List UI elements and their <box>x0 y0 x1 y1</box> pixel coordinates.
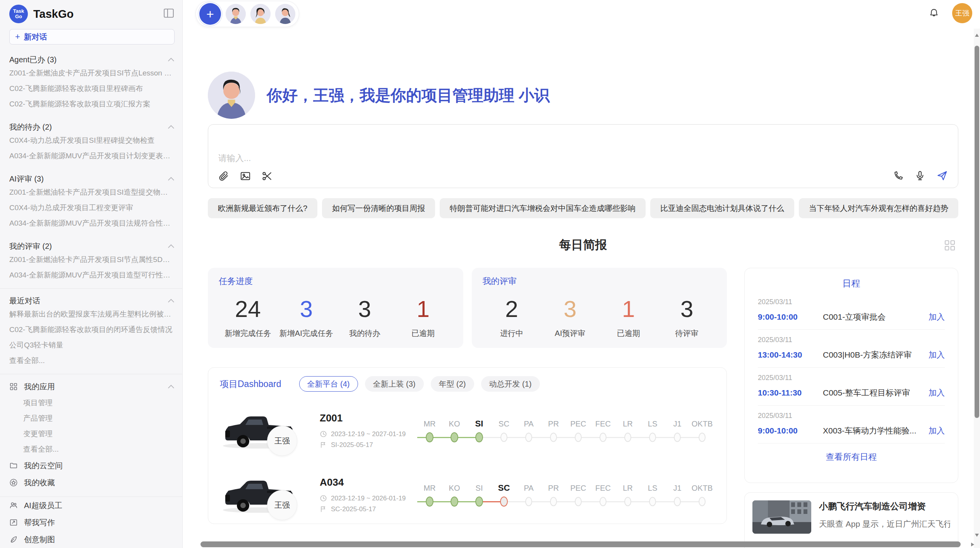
sidebar-collapse-icon[interactable] <box>163 8 175 20</box>
milestone-dot-pending <box>575 433 582 442</box>
app-item[interactable]: 项目管理 <box>9 395 175 411</box>
chevron-up-icon[interactable] <box>168 298 175 303</box>
chevron-up-icon[interactable] <box>168 244 175 248</box>
milestone-dot-pending <box>600 433 607 442</box>
send-icon[interactable] <box>936 170 948 182</box>
grid-icon[interactable] <box>944 239 956 253</box>
milestone-dot-pending <box>699 497 706 506</box>
sidebar-group-header[interactable]: 我的待办 (2) <box>9 121 175 133</box>
sidebar-tool-1[interactable]: 帮我写作 <box>9 514 175 531</box>
suggestion-chip[interactable]: 比亚迪全固态电池计划具体说了什么 <box>650 198 794 218</box>
milestone-label: KO <box>442 481 467 495</box>
chevron-up-icon[interactable] <box>168 176 175 181</box>
sidebar-item[interactable]: C02-飞腾新能源轻客改款项目立项汇报方案 <box>9 96 175 112</box>
chevron-up-icon[interactable] <box>168 384 175 389</box>
sidebar-item[interactable]: Z001-全新燃油轻卡产品开发项目SI造型提交物评审 <box>9 185 175 200</box>
sidebar-item[interactable]: C0X4-动力总成开发项目工程变更评审 <box>9 200 175 216</box>
scissors-icon[interactable] <box>262 171 272 182</box>
recent-header[interactable]: 最近对话 <box>9 295 175 307</box>
attachment-icon[interactable] <box>218 171 229 182</box>
milestone-label: PA <box>516 417 541 431</box>
vertical-scrollbar[interactable] <box>974 29 980 548</box>
sidebar-link-0[interactable]: 我的云空间 <box>9 457 175 474</box>
stats-row: 任务进度 24 新增完成任务 3 新增AI完成任务 3 我的待办 1 已逾期 我… <box>208 268 727 348</box>
news-card[interactable]: 小鹏飞行汽车制造公司增资 天眼查 App 显示，近日广州汇天飞行汽... <box>744 492 958 548</box>
recent-view-all[interactable]: 查看全部... <box>9 353 175 368</box>
suggestion-chip[interactable]: 特朗普可能对进口汽车增税会对中国车企造成哪些影响 <box>440 198 646 218</box>
chevron-up-icon[interactable] <box>168 57 175 62</box>
milestone: SC <box>492 481 516 508</box>
recent-item[interactable]: 公司Q3轻卡销量 <box>9 337 175 353</box>
schedule-item: 2025/03/11 9:00-10:00 X003-车辆动力学性能验... 加… <box>758 406 945 444</box>
dashboard-filter[interactable]: 动总开发 (1) <box>481 376 540 392</box>
project-row[interactable]: 王强 A034 2023-12-19 ~ 2026-01-19 SC-2025-… <box>220 469 715 520</box>
sidebar-item[interactable]: A034-全新新能源MUV产品开发项目计划变更表编写 <box>9 148 175 164</box>
app-item[interactable]: 产品管理 <box>9 411 175 426</box>
project-row[interactable]: 王强 Z001 2023-12-19 ~ 2027-01-19 SI-2025-… <box>220 405 715 456</box>
join-link[interactable]: 加入 <box>929 349 945 360</box>
milestone-dot-done <box>426 497 433 507</box>
milestone-label: OKTB <box>690 481 714 495</box>
milestone-dot-pending <box>649 497 656 506</box>
sidebar-tool-0[interactable]: AI超级员工 <box>9 497 175 514</box>
sidebar-group-header[interactable]: Agent已办 (3) <box>9 54 175 65</box>
milestone-label: MR <box>417 417 442 431</box>
suggestion-chip[interactable]: 欧洲新规最近颁布了什么? <box>208 198 317 218</box>
milestone: MR <box>417 417 442 444</box>
milestone-label: SI <box>467 417 492 431</box>
schedule-time: 10:30-11:30 <box>758 388 823 397</box>
milestone: KO <box>442 481 467 508</box>
join-link[interactable]: 加入 <box>929 425 945 436</box>
image-upload-icon[interactable] <box>240 171 251 182</box>
suggestion-chip[interactable]: 如何写一份清晰的项目周报 <box>322 198 435 218</box>
voice-call-icon[interactable] <box>893 170 904 181</box>
sidebar-header: Task Go TaskGo <box>9 4 175 24</box>
chevron-up-icon[interactable] <box>168 125 175 129</box>
stat: 3 待评审 <box>658 294 716 339</box>
milestone: FEC <box>591 417 615 444</box>
apps-view-all[interactable]: 查看全部... <box>9 442 175 457</box>
sidebar-link-1[interactable]: 我的收藏 <box>9 474 175 491</box>
dashboard-filter[interactable]: 全新上装 (3) <box>365 376 424 392</box>
app-logo: Task Go <box>9 5 28 23</box>
suggestion-chip[interactable]: 当下年轻人对汽车外观有怎样的喜好趋势 <box>799 198 958 218</box>
app-item[interactable]: 变更管理 <box>9 426 175 442</box>
new-chat-button[interactable]: + 新对话 <box>9 29 175 45</box>
project-visual: 王强 <box>220 469 320 520</box>
stat: 2 进行中 <box>483 294 541 339</box>
join-link[interactable]: 加入 <box>929 312 945 322</box>
sidebar-group-header[interactable]: 我的评审 (2) <box>9 240 175 252</box>
view-all-schedule-link[interactable]: 查看所有日程 <box>758 444 945 471</box>
sidebar-group-header[interactable]: AI评审 (3) <box>9 173 175 185</box>
sidebar-item[interactable]: A034-全新新能源MUV产品开发项目法规符合性评审 <box>9 216 175 231</box>
project-owner-badge: 王强 <box>267 426 297 456</box>
sidebar-item[interactable]: Z001-全新燃油轻卡产品开发项目SI节点属性5D文件评审 <box>9 252 175 267</box>
my-apps-header[interactable]: 我的应用 <box>9 378 175 395</box>
vertical-scrollbar-thumb[interactable] <box>975 46 979 418</box>
chat-input-box[interactable]: 请输入... <box>208 124 958 188</box>
right-column: 日程 2025/03/11 9:00-10:00 C001-立项审批会 加入 2… <box>744 268 958 548</box>
recent-item[interactable]: C02-飞腾新能源轻客改款项目的闭环通告反馈情况 <box>9 322 175 337</box>
milestone-dot-pending <box>525 497 532 506</box>
horizontal-scrollbar-thumb[interactable] <box>200 541 961 547</box>
recent-item[interactable]: 解释最新出台的欧盟报废车法规再生塑料比例被调至15%... <box>9 307 175 322</box>
milestone: LR <box>615 417 640 444</box>
dashboard-filter[interactable]: 全新平台 (4) <box>299 376 358 392</box>
app-title: TaskGo <box>33 8 163 21</box>
microphone-icon[interactable] <box>915 170 925 181</box>
sidebar-tool-2[interactable]: 创意制图 <box>9 531 175 548</box>
schedule-date: 2025/03/11 <box>758 298 945 306</box>
horizontal-scrollbar[interactable] <box>197 541 966 547</box>
schedule-time: 9:00-10:00 <box>758 312 823 322</box>
join-link[interactable]: 加入 <box>929 387 945 398</box>
sidebar-item[interactable]: C02-飞腾新能源轻客改款项目里程碑画布 <box>9 81 175 96</box>
sidebar-item[interactable]: A034-全新新能源MUV产品开发项目造型可行性评审 <box>9 267 175 283</box>
milestone: SI <box>467 481 492 508</box>
sidebar-item[interactable]: Z001-全新燃油皮卡产品开发项目SI节点Lesson Learn报告 <box>9 65 175 81</box>
milestone-dot-pending <box>550 497 557 506</box>
sidebar-item[interactable]: C0X4-动力总成开发项目SI里程碑提交物检查 <box>9 133 175 148</box>
dashboard-filter[interactable]: 年型 (2) <box>431 376 474 392</box>
milestone: SI <box>467 417 492 444</box>
star-icon <box>9 478 18 487</box>
milestone-dot-pending <box>674 433 681 442</box>
